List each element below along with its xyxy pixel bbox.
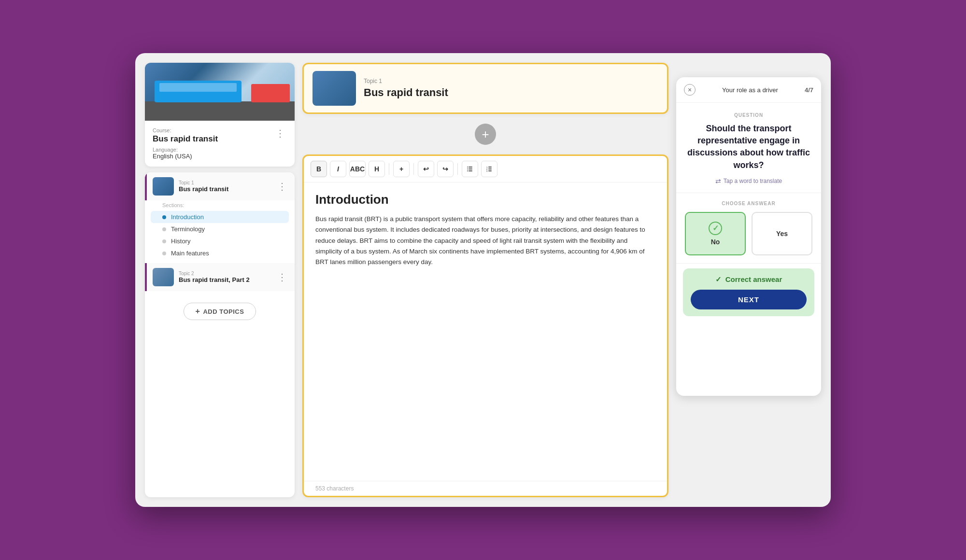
next-button[interactable]: NEXT bbox=[691, 290, 807, 309]
correct-label: Correct answear bbox=[725, 275, 782, 283]
translate-hint-text: Tap a word to translate bbox=[724, 178, 782, 184]
redo-button[interactable]: ↪ bbox=[437, 161, 454, 177]
answer-options: ✓ No Yes bbox=[685, 212, 812, 255]
toolbar-separator-1 bbox=[389, 163, 389, 175]
toolbar-separator-3 bbox=[457, 163, 458, 175]
undo-button[interactable]: ↩ bbox=[418, 161, 434, 177]
banner-topic-title: Bus rapid transit bbox=[364, 86, 658, 99]
middle-panel: Topic 1 Bus rapid transit + B I ABC H + … bbox=[302, 63, 668, 497]
editor-card: B I ABC H + ↩ ↪ bbox=[302, 154, 668, 497]
course-label: Course: bbox=[153, 127, 273, 133]
add-topics-plus-icon: + bbox=[196, 307, 200, 316]
topic-thumb-img-1 bbox=[153, 177, 174, 196]
editor-footer: 553 characters bbox=[304, 481, 667, 496]
add-section-button[interactable]: + bbox=[475, 124, 496, 145]
section-label-main-features: Main features bbox=[171, 250, 209, 257]
bus-long bbox=[155, 81, 242, 102]
italic-icon: I bbox=[337, 165, 339, 173]
topic-thumb-1 bbox=[153, 177, 174, 196]
section-dot-3 bbox=[162, 239, 166, 243]
left-panel: Course: Bus rapid transit Language: Engl… bbox=[145, 63, 295, 497]
plus-button[interactable]: + bbox=[393, 161, 410, 177]
section-main-features[interactable]: Main features bbox=[151, 247, 289, 259]
course-image bbox=[145, 63, 295, 121]
svg-point-3 bbox=[467, 167, 468, 168]
course-card: Course: Bus rapid transit Language: Engl… bbox=[145, 63, 295, 167]
topic-thumb-2 bbox=[153, 268, 174, 286]
add-topics-button[interactable]: + ADD TOPICS bbox=[184, 303, 256, 320]
bus-short bbox=[251, 84, 290, 102]
svg-point-4 bbox=[467, 168, 468, 169]
editor-text: Bus rapid transit (BRT) is a public tran… bbox=[315, 214, 655, 267]
editor-heading: Introduction bbox=[315, 192, 655, 207]
correct-icon: ✓ bbox=[715, 275, 722, 284]
topic-name-1: Bus rapid transit bbox=[179, 185, 270, 193]
quiz-title: Your role as a driver bbox=[696, 86, 805, 94]
svg-point-5 bbox=[467, 170, 468, 171]
topic-num-1: Topic 1 bbox=[179, 180, 270, 185]
bold-button[interactable]: B bbox=[311, 161, 327, 177]
topic-meta-2: Topic 2 Bus rapid transit, Part 2 bbox=[179, 271, 270, 283]
section-terminology[interactable]: Terminology bbox=[151, 223, 289, 235]
add-topics-label: ADD TOPICS bbox=[203, 308, 244, 315]
course-menu-icon[interactable]: ⋮ bbox=[273, 127, 287, 139]
sections-block: Sections: Introduction Terminology Histo… bbox=[145, 200, 295, 263]
topic-item-2[interactable]: Topic 2 Bus rapid transit, Part 2 ⋮ bbox=[145, 263, 295, 291]
check-circle-icon: ✓ bbox=[709, 222, 722, 235]
italic-button[interactable]: I bbox=[330, 161, 346, 177]
section-history[interactable]: History bbox=[151, 235, 289, 247]
topic-meta-1: Topic 1 Bus rapid transit bbox=[179, 180, 270, 193]
quiz-question-block: QUESTION Should the transport representa… bbox=[676, 103, 821, 193]
numbered-list-button[interactable]: 1 2 3 bbox=[481, 161, 497, 177]
topic-num-2: Topic 2 bbox=[179, 271, 270, 276]
topics-list: Topic 1 Bus rapid transit ⋮ Sections: In… bbox=[145, 172, 295, 497]
svg-rect-1 bbox=[469, 168, 472, 169]
svg-rect-7 bbox=[488, 168, 492, 169]
section-label-history: History bbox=[171, 238, 190, 245]
abc-button[interactable]: ABC bbox=[349, 161, 366, 177]
bullet-list-button[interactable] bbox=[462, 161, 478, 177]
question-text: Should the transport representative enga… bbox=[685, 123, 812, 171]
main-container: Course: Bus rapid transit Language: Engl… bbox=[135, 53, 831, 507]
course-meta: Course: Bus rapid transit Language: Engl… bbox=[153, 127, 273, 160]
road bbox=[145, 101, 295, 121]
quiz-close-button[interactable]: × bbox=[684, 84, 696, 96]
topic-banner: Topic 1 Bus rapid transit bbox=[302, 63, 668, 114]
translate-hint: ⇄ Tap a word to translate bbox=[685, 177, 812, 185]
course-info: Course: Bus rapid transit Language: Engl… bbox=[145, 121, 295, 167]
section-introduction[interactable]: Introduction bbox=[151, 211, 289, 223]
editor-toolbar: B I ABC H + ↩ ↪ bbox=[304, 156, 667, 182]
svg-rect-2 bbox=[469, 170, 472, 171]
editor-body[interactable]: Introduction Bus rapid transit (BRT) is … bbox=[304, 182, 667, 481]
svg-rect-8 bbox=[488, 170, 492, 171]
topic-menu-2[interactable]: ⋮ bbox=[275, 271, 289, 283]
svg-rect-0 bbox=[469, 167, 472, 168]
quiz-answer-block: CHOOSE ANSWEAR ✓ No Yes bbox=[676, 193, 821, 264]
bus-scene bbox=[145, 63, 295, 121]
banner-topic-num: Topic 1 bbox=[364, 78, 658, 84]
quiz-header: × Your role as a driver 4/7 bbox=[676, 77, 821, 103]
svg-rect-6 bbox=[488, 167, 492, 168]
question-label: QUESTION bbox=[685, 112, 812, 118]
answer-yes-label: Yes bbox=[776, 230, 788, 238]
section-label-introduction: Introduction bbox=[171, 213, 204, 221]
answer-no-label: No bbox=[711, 238, 720, 246]
sections-label: Sections: bbox=[151, 200, 289, 211]
topic-name-2: Bus rapid transit, Part 2 bbox=[179, 276, 270, 283]
topic-header-1[interactable]: Topic 1 Bus rapid transit ⋮ bbox=[145, 172, 295, 200]
answer-option-no[interactable]: ✓ No bbox=[685, 212, 746, 255]
svg-text:3: 3 bbox=[486, 170, 488, 172]
translate-icon: ⇄ bbox=[715, 177, 721, 185]
section-dot-1 bbox=[162, 215, 166, 219]
answer-option-yes[interactable]: Yes bbox=[752, 212, 812, 255]
char-count: 553 characters bbox=[315, 485, 354, 492]
h-button[interactable]: H bbox=[369, 161, 385, 177]
quiz-progress: 4/7 bbox=[805, 86, 813, 94]
section-dot-4 bbox=[162, 252, 166, 255]
add-section-area: + bbox=[302, 120, 668, 149]
answer-label: CHOOSE ANSWEAR bbox=[685, 201, 812, 206]
quiz-panel: × Your role as a driver 4/7 QUESTION Sho… bbox=[676, 77, 821, 396]
topic-menu-1[interactable]: ⋮ bbox=[275, 181, 289, 192]
language-value: English (USA) bbox=[153, 153, 273, 160]
section-label-terminology: Terminology bbox=[171, 225, 205, 233]
